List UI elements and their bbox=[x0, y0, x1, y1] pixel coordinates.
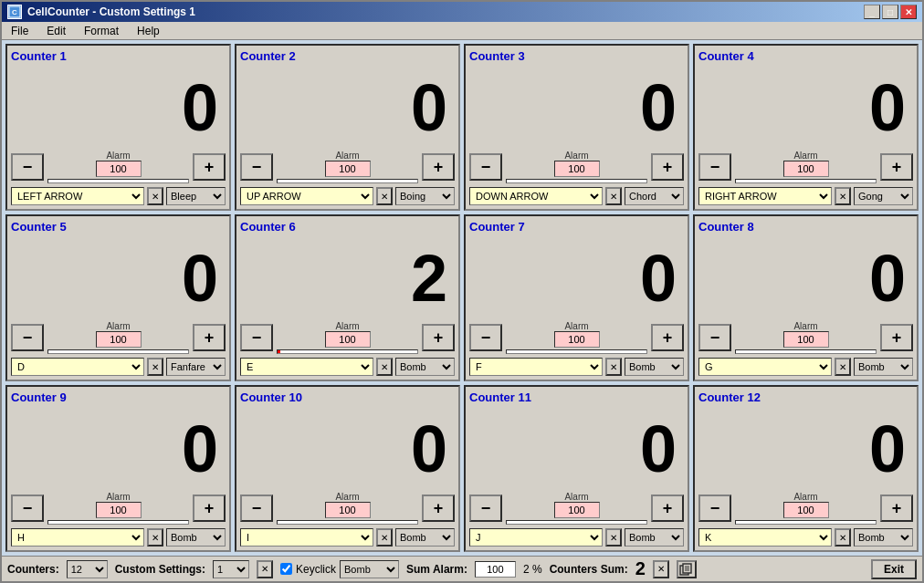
counter-key-clear-4[interactable]: ✕ bbox=[835, 187, 851, 205]
counter-key-clear-8[interactable]: ✕ bbox=[835, 358, 851, 376]
sum-alarm-input[interactable] bbox=[475, 561, 516, 578]
counter-minus-11[interactable]: − bbox=[469, 495, 502, 522]
counter-display-10: 0 bbox=[240, 406, 455, 492]
custom-settings-clear-btn[interactable]: ✕ bbox=[257, 560, 273, 578]
counter-key-clear-3[interactable]: ✕ bbox=[605, 187, 622, 205]
counter-minus-3[interactable]: − bbox=[469, 153, 502, 181]
minimize-button[interactable]: _ bbox=[864, 5, 880, 19]
counter-display-1: 0 bbox=[11, 65, 226, 151]
counter-plus-1[interactable]: + bbox=[193, 153, 226, 181]
counter-plus-10[interactable]: + bbox=[422, 495, 455, 522]
alarm-input-11[interactable] bbox=[554, 502, 600, 518]
counter-key-select-6[interactable]: E bbox=[240, 358, 373, 376]
counter-key-select-5[interactable]: D bbox=[11, 358, 144, 376]
counter-key-select-10[interactable]: I bbox=[240, 528, 373, 547]
counter-key-clear-11[interactable]: ✕ bbox=[605, 528, 622, 547]
counter-key-select-8[interactable]: G bbox=[698, 358, 832, 376]
counter-plus-4[interactable]: + bbox=[880, 153, 913, 181]
counter-sound-select-1[interactable]: Bleep bbox=[166, 187, 226, 205]
counter-controls-2: − Alarm + bbox=[240, 151, 455, 183]
counter-sound-select-11[interactable]: Bomb bbox=[625, 528, 684, 547]
counter-sound-select-9[interactable]: Bomb bbox=[166, 528, 226, 547]
alarm-input-9[interactable] bbox=[96, 502, 142, 518]
alarm-progress-5 bbox=[47, 349, 189, 354]
counter-plus-7[interactable]: + bbox=[651, 324, 684, 351]
menu-file[interactable]: File bbox=[7, 24, 32, 37]
counter-minus-8[interactable]: − bbox=[698, 324, 731, 351]
counter-cell-11: Counter 11 0 − Alarm + J ✕ Bomb bbox=[464, 385, 689, 552]
counter-display-6: 2 bbox=[240, 235, 455, 321]
alarm-input-3[interactable] bbox=[554, 161, 600, 177]
alarm-input-8[interactable] bbox=[783, 331, 829, 348]
counter-key-clear-6[interactable]: ✕ bbox=[376, 358, 393, 376]
exit-button[interactable]: Exit bbox=[871, 559, 917, 579]
custom-settings-select[interactable]: 1 bbox=[213, 560, 249, 578]
counter-key-clear-7[interactable]: ✕ bbox=[605, 358, 622, 376]
counter-minus-9[interactable]: − bbox=[11, 495, 44, 522]
menu-help[interactable]: Help bbox=[133, 24, 163, 37]
counter-sound-select-5[interactable]: Fanfare bbox=[166, 358, 226, 376]
alarm-progress-6 bbox=[277, 349, 418, 354]
counter-sound-select-3[interactable]: Chord bbox=[625, 187, 684, 205]
counter-minus-2[interactable]: − bbox=[240, 153, 273, 181]
alarm-input-7[interactable] bbox=[554, 331, 600, 348]
counter-sound-select-2[interactable]: Boing bbox=[395, 187, 455, 205]
maximize-button[interactable]: □ bbox=[882, 5, 898, 19]
alarm-input-4[interactable] bbox=[783, 161, 829, 177]
counter-key-select-3[interactable]: DOWN ARROW bbox=[469, 187, 603, 205]
menu-format[interactable]: Format bbox=[80, 24, 122, 37]
counter-key-clear-10[interactable]: ✕ bbox=[376, 528, 393, 547]
counters-select[interactable]: 12 bbox=[67, 560, 108, 578]
counter-minus-5[interactable]: − bbox=[11, 324, 44, 351]
counter-key-select-1[interactable]: LEFT ARROW bbox=[11, 187, 144, 205]
counter-key-select-4[interactable]: RIGHT ARROW bbox=[698, 187, 832, 205]
counter-plus-3[interactable]: + bbox=[651, 153, 684, 181]
counter-plus-5[interactable]: + bbox=[193, 324, 226, 351]
counter-minus-1[interactable]: − bbox=[11, 153, 44, 181]
counter-minus-4[interactable]: − bbox=[698, 153, 731, 181]
alarm-input-5[interactable] bbox=[96, 331, 142, 348]
counter-controls-9: − Alarm + bbox=[11, 492, 226, 525]
alarm-label-2: Alarm bbox=[335, 151, 359, 161]
counter-plus-2[interactable]: + bbox=[422, 153, 455, 181]
counter-key-clear-12[interactable]: ✕ bbox=[835, 528, 851, 547]
keyclick-sound-select[interactable]: Bomb bbox=[340, 560, 399, 578]
counter-key-row-9: H ✕ Bomb bbox=[11, 528, 226, 547]
counter-minus-6[interactable]: − bbox=[240, 324, 273, 351]
counters-sum-clear-btn[interactable]: ✕ bbox=[653, 560, 669, 578]
counter-key-select-11[interactable]: J bbox=[469, 528, 603, 547]
counter-sound-select-7[interactable]: Bomb bbox=[625, 358, 684, 376]
counter-key-clear-5[interactable]: ✕ bbox=[147, 358, 163, 376]
counter-sound-select-10[interactable]: Bomb bbox=[395, 528, 455, 547]
counter-minus-7[interactable]: − bbox=[469, 324, 502, 351]
counter-plus-8[interactable]: + bbox=[880, 324, 913, 351]
counter-plus-12[interactable]: + bbox=[880, 495, 913, 522]
keyclick-checkbox[interactable] bbox=[280, 563, 292, 575]
counter-key-clear-9[interactable]: ✕ bbox=[147, 528, 163, 547]
alarm-input-10[interactable] bbox=[325, 502, 371, 518]
counter-key-select-7[interactable]: F bbox=[469, 358, 603, 376]
menu-edit[interactable]: Edit bbox=[43, 24, 69, 37]
counter-minus-12[interactable]: − bbox=[698, 495, 731, 522]
counter-key-clear-2[interactable]: ✕ bbox=[376, 187, 393, 205]
counter-key-clear-1[interactable]: ✕ bbox=[147, 187, 163, 205]
close-button[interactable]: ✕ bbox=[900, 5, 917, 19]
counter-plus-11[interactable]: + bbox=[651, 495, 684, 522]
counter-sound-select-4[interactable]: Gong bbox=[854, 187, 913, 205]
counter-plus-9[interactable]: + bbox=[193, 495, 226, 522]
counter-sound-select-6[interactable]: Bomb bbox=[395, 358, 455, 376]
counter-plus-6[interactable]: + bbox=[422, 324, 455, 351]
counter-key-select-9[interactable]: H bbox=[11, 528, 144, 547]
alarm-input-6[interactable] bbox=[325, 331, 371, 348]
counter-key-select-12[interactable]: K bbox=[698, 528, 832, 547]
counter-sound-select-8[interactable]: Bomb bbox=[854, 358, 913, 376]
alarm-group-6: Alarm bbox=[277, 321, 418, 354]
alarm-progress-7 bbox=[506, 349, 647, 354]
counter-sound-select-12[interactable]: Bomb bbox=[854, 528, 913, 547]
alarm-input-12[interactable] bbox=[783, 502, 829, 518]
alarm-input-2[interactable] bbox=[325, 161, 371, 177]
alarm-input-1[interactable] bbox=[96, 161, 142, 177]
counters-sum-copy-btn[interactable] bbox=[677, 560, 697, 578]
counter-minus-10[interactable]: − bbox=[240, 495, 273, 522]
counter-key-select-2[interactable]: UP ARROW bbox=[240, 187, 373, 205]
